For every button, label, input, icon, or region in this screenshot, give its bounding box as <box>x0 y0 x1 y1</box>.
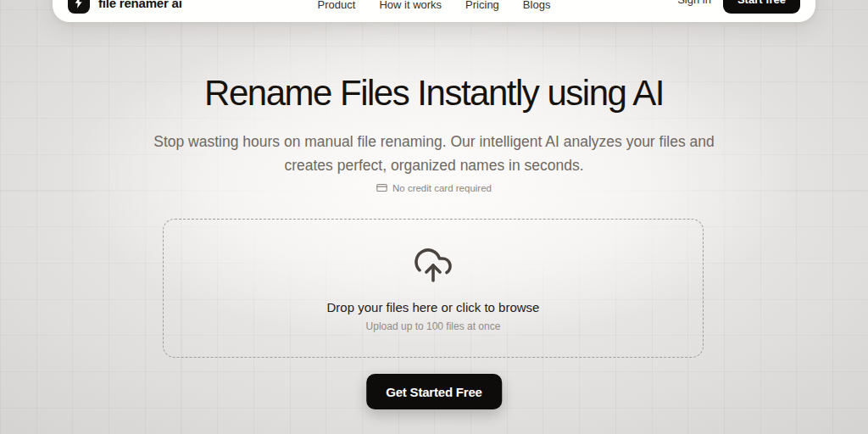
badge-label: No credit card required <box>392 183 492 193</box>
hero-subtitle: Stop wasting hours on manual file renami… <box>137 130 731 177</box>
start-free-button[interactable]: Start free <box>723 0 800 14</box>
navbar: file renamer ai Product How it works Pri… <box>53 0 815 22</box>
credit-card-icon <box>376 182 387 193</box>
lightning-bolt-icon <box>68 0 90 14</box>
cloud-upload-icon <box>413 245 453 289</box>
hero-subtitle-line2: creates perfect, organized names in seco… <box>284 157 583 174</box>
file-dropzone[interactable]: Drop your files here or click to browse … <box>163 219 704 358</box>
get-started-button[interactable]: Get Started Free <box>366 374 502 409</box>
brand-name: file renamer ai <box>98 0 182 10</box>
landing-page: { "brand": { "name": "file renamer ai" }… <box>0 0 868 434</box>
nav-actions: Sign in Start free <box>677 0 800 14</box>
nav-link-pricing[interactable]: Pricing <box>465 0 499 11</box>
nav-link-product[interactable]: Product <box>318 0 356 11</box>
brand[interactable]: file renamer ai <box>68 0 182 14</box>
sign-in-link[interactable]: Sign in <box>677 0 711 14</box>
nav-link-blogs[interactable]: Blogs <box>523 0 551 11</box>
dropzone-title: Drop your files here or click to browse <box>327 300 540 314</box>
nav-links: Product How it works Pricing Blogs <box>318 0 551 11</box>
nav-link-how-it-works[interactable]: How it works <box>379 0 442 11</box>
hero-subtitle-line1: Stop wasting hours on manual file renami… <box>153 133 714 150</box>
dropzone-subtitle: Upload up to 100 files at once <box>366 320 501 332</box>
no-credit-card-badge: No credit card required <box>0 182 868 193</box>
page-title: Rename Files Instantly using AI <box>0 73 868 114</box>
